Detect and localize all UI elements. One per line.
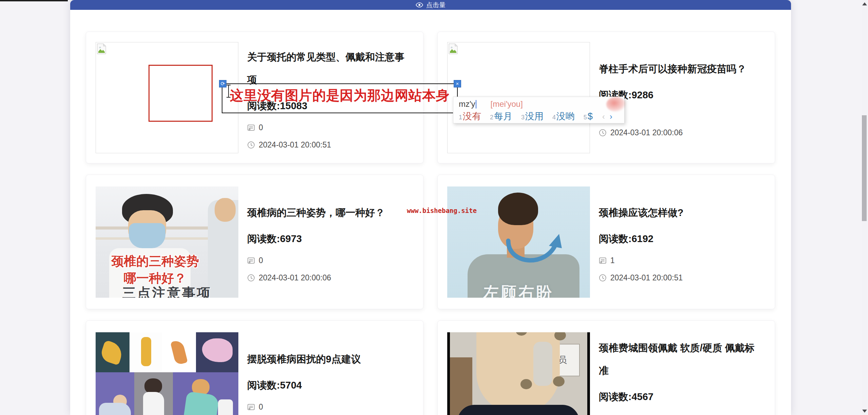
- publish-date: 2024-03-01 20:00:06: [610, 128, 683, 137]
- ime-candidate-5[interactable]: 5$: [584, 111, 593, 122]
- text-cursor-icon: [226, 85, 231, 98]
- collage-tile: [131, 332, 162, 372]
- rotation-arrow: [501, 227, 566, 278]
- photo-cervical-collar: [476, 332, 560, 414]
- comment-row: 0: [247, 123, 407, 132]
- collage-tile: [196, 332, 238, 372]
- thumbnail-caption: 左顾右盼: [447, 282, 590, 298]
- letterbox-bar: [447, 332, 450, 415]
- clicks-header-bar: 点击量: [70, 0, 791, 10]
- clock-icon: [599, 129, 607, 137]
- comment-icon: [247, 124, 255, 132]
- close-marker-icon: ×: [454, 80, 461, 87]
- comment-row: 1: [599, 414, 758, 415]
- thumbnail-caption-bottom: 三点注意事项: [96, 284, 238, 298]
- read-count: 阅读数:6973: [247, 232, 407, 246]
- collage-tile: [96, 332, 130, 372]
- read-count: 阅读数:6192: [599, 232, 758, 246]
- article-thumbnail[interactable]: 会员: [447, 332, 590, 415]
- ime-candidate-4[interactable]: 4没哟: [552, 110, 575, 122]
- comment-row: 1: [599, 256, 758, 265]
- ime-caret: [476, 100, 476, 108]
- ime-candidate-3[interactable]: 3没用: [521, 110, 544, 122]
- thumbnail-caption: 颈椎的三种姿势 哪一种好？: [96, 253, 215, 287]
- article-info: 摆脱颈椎病困扰的9点建议 阅读数:5704 0: [247, 348, 407, 415]
- article-title[interactable]: 颈椎操应该怎样做?: [599, 201, 758, 224]
- eye-icon: [416, 2, 423, 7]
- ime-candidate-1[interactable]: 1没有: [459, 110, 481, 122]
- red-scribble-mark: [606, 97, 626, 112]
- read-count: 阅读数:5704: [247, 379, 407, 392]
- article-info: 颈椎费城围领佩戴 软质/硬质 佩戴标准 阅读数:4567 1: [599, 337, 758, 415]
- ime-next-page-icon[interactable]: ›: [610, 112, 612, 121]
- annotation-line-bottom: [222, 113, 454, 113]
- annotation-text: 这里没有图片的是因为那边网站本身: [230, 86, 450, 105]
- ime-pinyin-hint: [mei'you]: [491, 99, 523, 109]
- scrollbar[interactable]: [862, 0, 867, 415]
- photo-face-mask: [129, 223, 165, 248]
- page: 点击量 关于颈托的常见类型、佩戴和注意事项 阅读数:15083: [0, 0, 868, 415]
- date-row: 2024-03-01 20:00:51: [247, 140, 407, 150]
- article-card[interactable]: 颈椎的三种姿势 哪一种好？ 三点注意事项 颈椎病的三种姿势，哪一种好？ 阅读数:…: [86, 175, 423, 309]
- comment-count: 1: [610, 414, 615, 415]
- article-card[interactable]: 摆脱颈椎病困扰的9点建议 阅读数:5704 0: [86, 320, 423, 415]
- collage-tile: [163, 332, 195, 372]
- ime-popup: mz'y [mei'you] 1没有 2每月 3没用 4没哟 5$ ‹ ›: [453, 97, 625, 123]
- article-card[interactable]: 左顾右盼 颈椎操应该怎样做? 阅读数:6192 1 2024-03-01 20:…: [437, 175, 775, 309]
- comment-row: 0: [247, 402, 407, 412]
- comment-icon: [247, 403, 255, 411]
- scrollbar-up-icon[interactable]: [862, 2, 867, 5]
- publish-date: 2024-03-01 20:00:06: [259, 273, 331, 282]
- annotation-line-left: [222, 84, 222, 113]
- ime-composition-row: mz'y [mei'you]: [459, 99, 624, 109]
- article-title[interactable]: 颈椎病的三种姿势，哪一种好？: [247, 201, 407, 224]
- clock-icon: [599, 274, 607, 282]
- broken-image-icon: [449, 43, 458, 54]
- comment-count: 0: [259, 123, 263, 132]
- red-annotation-box: [149, 65, 213, 122]
- date-row: 2024-03-01 20:00:51: [599, 273, 758, 282]
- date-row: 2024-03-01 20:00:06: [247, 273, 407, 282]
- photo-person-torso: [457, 405, 579, 415]
- comment-icon: [599, 257, 607, 264]
- article-thumbnail-broken[interactable]: [96, 42, 238, 153]
- ime-candidate-row: 1没有 2每月 3没用 4没哟 5$ ‹ ›: [459, 110, 624, 122]
- ime-candidate-2[interactable]: 2每月: [490, 110, 512, 122]
- comment-count: 1: [610, 256, 615, 265]
- date-row: 2024-03-01 20:00:06: [599, 128, 758, 137]
- window-edge: [0, 0, 68, 1]
- comment-count: 0: [259, 256, 263, 265]
- article-thumbnail[interactable]: 左顾右盼: [447, 186, 590, 298]
- site-watermark: www.bishebang.site: [407, 207, 477, 214]
- collage-panel: [96, 372, 134, 415]
- article-thumbnail[interactable]: 颈椎的三种姿势 哪一种好？ 三点注意事项: [96, 186, 238, 298]
- article-title[interactable]: 颈椎费城围领佩戴 软质/硬质 佩戴标准: [599, 337, 758, 382]
- ime-input-text: mz'y: [459, 99, 475, 109]
- read-count: 阅读数:4567: [599, 390, 758, 404]
- scrollbar-thumb[interactable]: [862, 115, 867, 221]
- clock-icon: [247, 274, 255, 282]
- annotation-line-top: [226, 83, 454, 84]
- scrollbar-down-icon[interactable]: [862, 410, 867, 413]
- clock-icon: [247, 141, 255, 149]
- article-title[interactable]: 脊柱手术后可以接种新冠疫苗吗？: [599, 58, 758, 80]
- article-title[interactable]: 关于颈托的常见类型、佩戴和注意事项: [247, 46, 407, 91]
- publish-date: 2024-03-01 20:00:51: [259, 140, 331, 150]
- letterbox-bar: [587, 332, 590, 415]
- comment-icon: [247, 257, 255, 264]
- clicks-header-label: 点击量: [426, 1, 446, 9]
- comment-count: 0: [259, 402, 263, 412]
- collage-panel: [134, 372, 173, 415]
- ime-prev-page-icon[interactable]: ‹: [602, 112, 605, 121]
- article-info: 颈椎病的三种姿势，哪一种好？ 阅读数:6973 0 2024-03-01 20:…: [247, 201, 407, 282]
- article-thumbnail[interactable]: [96, 332, 238, 415]
- article-title[interactable]: 摆脱颈椎病困扰的9点建议: [247, 348, 407, 371]
- collage-panel: [173, 372, 238, 415]
- photo-person-head: [215, 198, 236, 222]
- publish-date: 2024-03-01 20:00:51: [610, 273, 683, 282]
- article-card[interactable]: 会员 颈椎费城围领佩戴 软质/硬质 佩戴标准 阅读数:4567 1: [437, 320, 775, 415]
- broken-image-marker-icon: ⟳: [219, 80, 226, 87]
- comment-row: 0: [247, 256, 407, 265]
- broken-image-icon: [97, 43, 106, 54]
- article-info: 颈椎操应该怎样做? 阅读数:6192 1 2024-03-01 20:00:51: [599, 201, 758, 282]
